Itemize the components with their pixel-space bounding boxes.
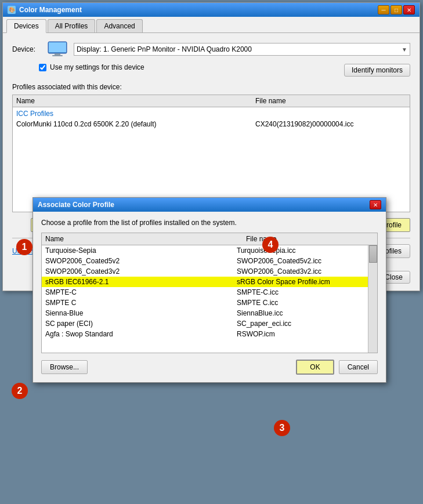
- dialog-table-inner: Turquoise-Sepia TurquoiseSepia.icc SWOP2…: [42, 245, 368, 339]
- browse-button[interactable]: Browse...: [41, 360, 88, 374]
- badge-3-spacer: [275, 359, 291, 375]
- tab-advanced[interactable]: Advanced: [96, 19, 142, 32]
- svg-rect-1: [49, 42, 66, 52]
- dialog-table-header: Name File name: [42, 233, 377, 245]
- minimize-button[interactable]: ─: [378, 5, 389, 14]
- app-icon: 🎨: [8, 6, 16, 14]
- dropdown-arrow-icon: ▼: [402, 46, 407, 53]
- settings-checkbox-label: Use my settings for this device: [50, 63, 144, 71]
- dialog-bottom-right: OK Cancel: [275, 359, 378, 375]
- profile-file-0: CX240(21319082)00000004.icc: [255, 120, 406, 128]
- dialog-row-2[interactable]: SWOP2006_Coated3v2 SWOP2006_Coated3v2.ic…: [42, 266, 368, 277]
- annotation-badge-2: 2: [12, 383, 28, 399]
- col-name-header: Name: [16, 97, 255, 105]
- dialog-bottom: Browse... OK Cancel: [41, 359, 378, 375]
- profiles-section-label: Profiles associated with this device:: [12, 83, 410, 91]
- device-dropdown[interactable]: Display: 1. Generic PnP Monitor - NVIDIA…: [74, 43, 410, 56]
- window-title: Color Management: [19, 6, 82, 14]
- scrollbar-track[interactable]: [368, 245, 377, 353]
- monitor-icon: [47, 41, 68, 57]
- device-label: Device:: [12, 45, 41, 53]
- annotation-badge-1: 1: [16, 239, 32, 255]
- profile-name-0: ColorMunki 110cd 0.2cd 6500K 2.20 (defau…: [16, 120, 255, 128]
- dialog-row-7[interactable]: SC paper (ECI) SC_paper_eci.icc: [42, 318, 368, 329]
- dialog-col-name-header: Name: [45, 235, 246, 243]
- dialog-title-bar: Associate Color Profile ✕: [33, 198, 386, 212]
- annotation-badge-3: 3: [274, 420, 290, 436]
- icc-profiles-group: ICC Profiles: [13, 108, 410, 119]
- profiles-table: Name File name ICC Profiles ColorMunki 1…: [12, 95, 410, 212]
- device-dropdown-value: Display: 1. Generic PnP Monitor - NVIDIA…: [77, 45, 252, 53]
- device-row: Device: Display: 1. Generic PnP Monitor …: [12, 41, 410, 57]
- use-my-settings-checkbox[interactable]: [39, 64, 46, 71]
- dialog-content: Choose a profile from the list of profil…: [33, 212, 386, 382]
- dialog-row-1[interactable]: SWOP2006_Coated5v2 SWOP2006_Coated5v2.ic…: [42, 256, 368, 266]
- title-bar: 🎨 Color Management ─ □ ✕: [3, 3, 420, 17]
- dialog-row-4[interactable]: SMPTE-C SMPTE-C.icc: [42, 287, 368, 298]
- badge-1-spacer: [12, 217, 28, 233]
- dialog-row-5[interactable]: SMPTE C SMPTE C.icc: [42, 298, 368, 308]
- tab-bar: Devices All Profiles Advanced: [3, 17, 420, 33]
- dialog-table-wrapper: Name File name Turquoise-Sepia Turquoise…: [41, 233, 378, 353]
- window-close-button[interactable]: ✕: [403, 5, 415, 14]
- annotation-badge-4: 4: [262, 237, 279, 253]
- tab-all-profiles[interactable]: All Profiles: [48, 19, 96, 32]
- dialog-table-body: Turquoise-Sepia TurquoiseSepia.icc SWOP2…: [42, 245, 377, 353]
- associate-dialog: Associate Color Profile ✕ Choose a profi…: [32, 197, 386, 383]
- profile-row-0[interactable]: ColorMunki 110cd 0.2cd 6500K 2.20 (defau…: [13, 119, 410, 129]
- dialog-instruction: Choose a profile from the list of profil…: [41, 219, 378, 227]
- tab-devices[interactable]: Devices: [6, 19, 46, 33]
- dialog-row-0[interactable]: Turquoise-Sepia TurquoiseSepia.icc: [42, 245, 368, 256]
- table-header: Name File name: [13, 95, 410, 107]
- scrollbar-thumb[interactable]: [369, 245, 377, 263]
- cancel-button[interactable]: Cancel: [339, 360, 378, 374]
- dialog-row-8[interactable]: Agfa : Swop Standard RSWOP.icm: [42, 329, 368, 339]
- title-controls: ─ □ ✕: [378, 5, 415, 14]
- maximize-button[interactable]: □: [391, 5, 402, 14]
- svg-rect-2: [55, 53, 60, 55]
- svg-rect-3: [52, 55, 63, 56]
- dialog-row-3[interactable]: sRGB IEC61966-2.1 sRGB Color Space Profi…: [42, 277, 368, 287]
- settings-checkbox-row: Use my settings for this device: [39, 63, 144, 71]
- dialog-title: Associate Color Profile: [38, 201, 114, 209]
- ok-button[interactable]: OK: [296, 360, 334, 375]
- dialog-close-button[interactable]: ✕: [370, 200, 381, 209]
- col-file-header: File name: [255, 97, 406, 105]
- identify-monitors-button[interactable]: Identify monitors: [344, 64, 410, 77]
- table-body: ICC Profiles ColorMunki 110cd 0.2cd 6500…: [13, 107, 410, 212]
- dialog-row-6[interactable]: Sienna-Blue SiennaBlue.icc: [42, 308, 368, 318]
